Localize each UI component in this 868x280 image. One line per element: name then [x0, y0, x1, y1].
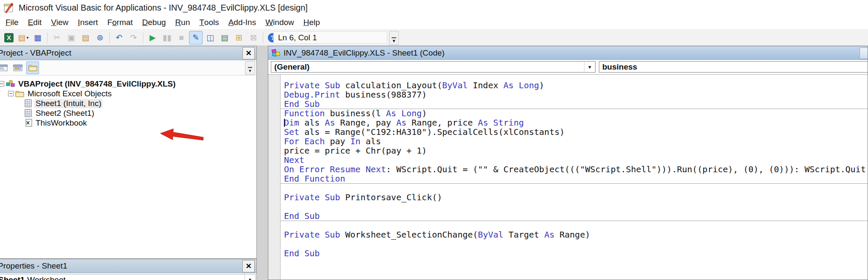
- code-line[interactable]: [284, 221, 868, 230]
- menu-help[interactable]: Help: [299, 15, 325, 29]
- object-browser-icon[interactable]: ⊞: [232, 31, 246, 45]
- code-segment: als = Range("C192:HA310").SpecialCells(x…: [304, 127, 565, 137]
- menu-format[interactable]: Format: [103, 15, 137, 29]
- code-line[interactable]: End Sub: [284, 211, 868, 221]
- code-segment: Printorsave_Click(): [345, 192, 442, 202]
- code-segment: As: [325, 118, 340, 128]
- properties-window-icon[interactable]: ▤: [218, 31, 231, 45]
- code-editor[interactable]: Private Sub calculation_Layout(ByVal Ind…: [281, 75, 868, 280]
- menu-window[interactable]: Window: [261, 15, 299, 29]
- code-segment: Debug.Print: [284, 90, 345, 100]
- code-line[interactable]: Private Sub Printorsave_Click(): [284, 193, 868, 202]
- code-segment: calculation_Layout(: [345, 80, 442, 90]
- code-window-title: INV_984748_EvilClippy.XLS - Sheet1 (Code…: [284, 48, 445, 58]
- code-line[interactable]: For Each pay In als: [284, 137, 868, 146]
- code-segment: End Function: [284, 174, 345, 184]
- project-panel-close-button[interactable]: ✕: [242, 47, 255, 59]
- code-line[interactable]: Function business(l As Long): [284, 109, 868, 118]
- code-line[interactable]: End Function: [284, 174, 868, 183]
- tree-item-thisworkbook[interactable]: ThisWorkbook: [0, 118, 256, 128]
- find-icon[interactable]: ⊚: [93, 31, 107, 45]
- menu-run[interactable]: Run: [170, 15, 195, 29]
- code-segment: Range, price: [412, 118, 478, 128]
- margin-indicator-bar[interactable]: [268, 75, 281, 280]
- chevron-down-icon: ▼: [392, 39, 396, 43]
- procedure-dropdown-value: business: [602, 62, 637, 72]
- code-segment: In: [351, 136, 366, 146]
- insert-userform-icon[interactable]: ▤▾: [17, 31, 30, 45]
- code-line[interactable]: Set als = Range("C192:HA310").SpecialCel…: [284, 127, 868, 137]
- tree-item-vbaproject-inv-984748-evilclippy-xls[interactable]: VBAProject (INV_984748_EvilClippy.XLS): [0, 79, 256, 89]
- menu-tools[interactable]: Tools: [195, 15, 223, 29]
- collapse-expander-icon[interactable]: [8, 91, 14, 96]
- undo-icon[interactable]: ↶: [112, 31, 126, 45]
- code-segment: ): [422, 108, 427, 118]
- chevron-down-icon: ▼: [248, 69, 252, 73]
- code-segment: As Long: [504, 80, 539, 90]
- collapse-expander-icon[interactable]: [0, 81, 4, 87]
- code-line[interactable]: Next: [284, 155, 868, 165]
- tree-item-sheet1-intuit-inc[interactable]: Sheet1 (Intuit, Inc): [0, 98, 256, 108]
- view-object-button[interactable]: [11, 62, 24, 74]
- menu-add-ins[interactable]: Add-Ins: [224, 15, 261, 29]
- menu-view[interactable]: View: [46, 15, 73, 29]
- cursor-position-text: Ln 6, Col 1: [278, 33, 317, 42]
- code-line[interactable]: End Sub: [284, 249, 868, 258]
- toolbar-overflow-button[interactable]: ▼: [389, 31, 399, 45]
- code-line[interactable]: Private Sub calculation_Layout(ByVal Ind…: [284, 81, 868, 90]
- project-tree: VBAProject (INV_984748_EvilClippy.XLS)Mi…: [0, 76, 256, 128]
- code-line[interactable]: [284, 239, 868, 249]
- code-window-titlebar[interactable]: INV_984748_EvilClippy.XLS - Sheet1 (Code…: [268, 46, 868, 60]
- code-line[interactable]: Dim als As Range, pay As Range, price As…: [284, 118, 868, 127]
- project-toolbar-overflow-button[interactable]: ▼: [245, 61, 255, 75]
- menu-insert[interactable]: Insert: [73, 15, 103, 29]
- view-code-button[interactable]: [0, 62, 9, 74]
- tree-item-microsoft-excel-objects[interactable]: Microsoft Excel Objects: [0, 89, 256, 98]
- code-line[interactable]: price = price + Chr(pay + 1): [284, 146, 868, 155]
- code-segment: : WScript.Quit = ("" & CreateObject((("W…: [386, 164, 868, 174]
- menu-edit[interactable]: Edit: [23, 15, 47, 29]
- code-window-control-button[interactable]: [860, 48, 868, 59]
- code-line[interactable]: Debug.Print business(988377): [284, 90, 868, 99]
- save-icon: ▦: [34, 34, 42, 42]
- tree-item-sheet2-sheet1[interactable]: Sheet2 (Sheet1): [0, 108, 256, 118]
- code-region: Private Sub calculation_Layout(ByVal Ind…: [268, 75, 868, 280]
- save-icon[interactable]: ▦: [31, 31, 45, 45]
- menu-debug[interactable]: Debug: [137, 15, 170, 29]
- code-segment: End Sub: [284, 248, 320, 258]
- view-microsoft-excel-icon[interactable]: X: [2, 31, 16, 45]
- properties-object-dropdown[interactable]: Sheet1 Worksheet ▼: [0, 274, 256, 280]
- procedure-dropdown[interactable]: business: [599, 61, 868, 73]
- code-window-combo-row: (General) ▼ business: [268, 60, 868, 75]
- code-line[interactable]: End Sub: [284, 99, 868, 109]
- paste-icon[interactable]: ▤: [79, 31, 92, 45]
- code-line[interactable]: [284, 183, 868, 193]
- code-line[interactable]: Private Sub Worksheet_SelectionChange(By…: [284, 230, 868, 239]
- code-segment: As Long: [386, 108, 422, 118]
- reset-icon: ■: [179, 34, 184, 42]
- code-line[interactable]: On Error Resume Next: WScript.Quit = (""…: [284, 165, 868, 174]
- run-macro-icon[interactable]: ▶: [146, 31, 159, 45]
- design-mode-icon[interactable]: ✎: [189, 31, 203, 45]
- run-macro-icon: ▶: [150, 34, 156, 42]
- code-line[interactable]: [284, 202, 868, 211]
- toolbar-separator: [47, 32, 47, 43]
- properties-object-type: Worksheet: [27, 275, 65, 280]
- code-segment: business(l: [330, 108, 386, 118]
- code-segment: As String: [478, 118, 524, 128]
- code-segment: Range, pay: [340, 118, 396, 128]
- project-explorer-icon[interactable]: ◫: [203, 31, 217, 45]
- toggle-folders-button[interactable]: [26, 62, 39, 74]
- code-segment: Next: [284, 155, 304, 165]
- project-icon: [6, 80, 15, 88]
- code-segment: End Sub: [284, 211, 320, 221]
- menu-file[interactable]: File: [1, 15, 23, 29]
- cursor-position-indicator: Ln 6, Col 1: [273, 31, 387, 44]
- properties-panel-close-button[interactable]: ✕: [242, 260, 255, 272]
- tree-item-label: Sheet2 (Sheet1): [34, 109, 95, 118]
- project-toolbar-overflow-grip: [248, 67, 252, 68]
- red-annotation-arrow: [159, 127, 205, 144]
- object-dropdown[interactable]: (General) ▼: [271, 61, 595, 73]
- project-explorer-panel: Project - VBAProject ✕ ▼ VBAProject (INV…: [0, 46, 257, 259]
- project-explorer-icon: ◫: [206, 34, 214, 42]
